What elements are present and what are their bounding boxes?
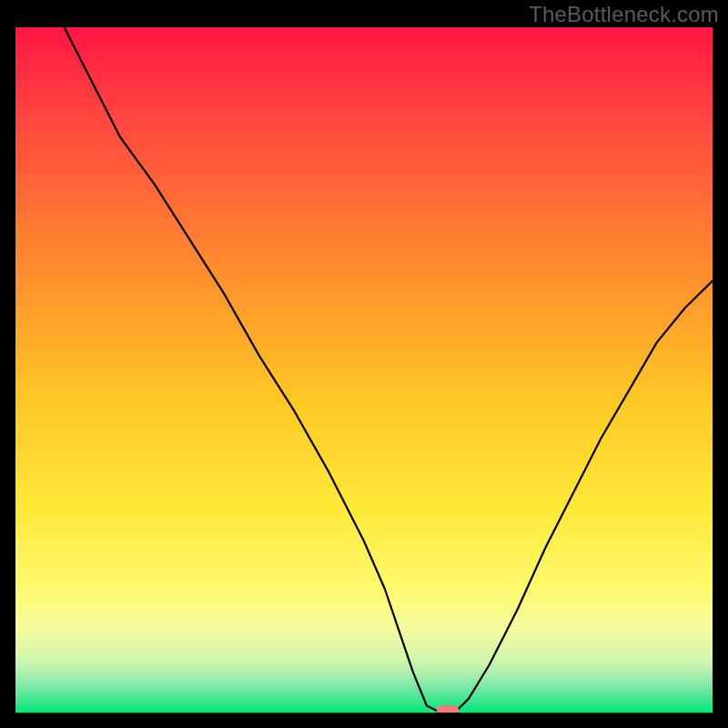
- watermark-text: TheBottleneck.com: [529, 2, 719, 27]
- gradient-background: [15, 27, 713, 713]
- optimal-point-marker: [437, 705, 459, 713]
- chart-frame: TheBottleneck.com: [0, 0, 728, 728]
- bottleneck-plot: [15, 27, 713, 713]
